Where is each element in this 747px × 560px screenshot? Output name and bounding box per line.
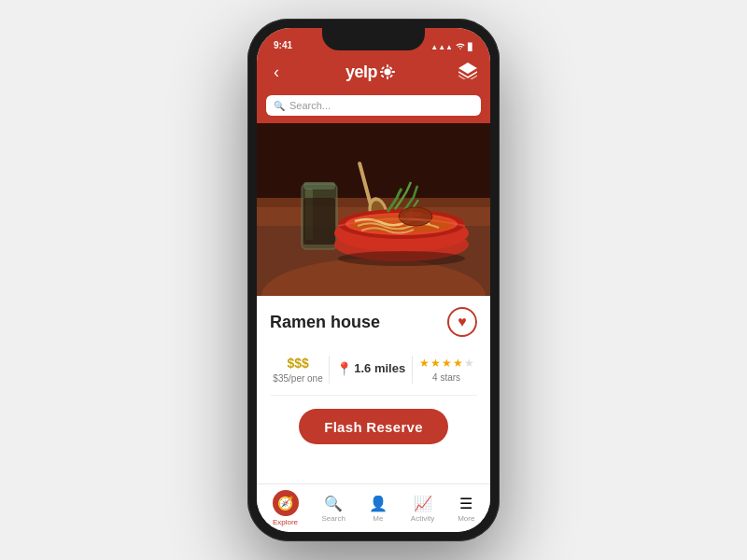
favorite-button[interactable]: ♥ xyxy=(447,307,477,337)
more-label: More xyxy=(458,514,474,523)
layers-button[interactable] xyxy=(458,63,477,82)
bottom-navigation: 🧭 Explore 🔍 Search 👤 Me 📈 Activity ☰ Mor… xyxy=(257,483,490,532)
svg-rect-6 xyxy=(389,75,393,78)
restaurant-header: Ramen house ♥ xyxy=(270,307,477,337)
status-time: 9:41 xyxy=(274,40,292,51)
svg-rect-4 xyxy=(392,71,396,73)
restaurant-info: Ramen house ♥ $$$ $35/per one 📍 xyxy=(257,296,490,452)
yelp-logo: yelp xyxy=(345,63,396,82)
svg-rect-8 xyxy=(381,75,385,78)
price-label: $35/per one xyxy=(273,373,322,384)
star-4: ★ xyxy=(453,357,463,370)
stars-label: 4 stars xyxy=(432,372,460,383)
battery-icon: ▊ xyxy=(468,43,473,51)
pin-icon: 📍 xyxy=(336,361,352,376)
food-image xyxy=(257,123,490,296)
divider-2 xyxy=(412,356,413,384)
nav-me[interactable]: 👤 Me xyxy=(361,491,395,526)
star-2: ★ xyxy=(430,357,441,370)
svg-rect-3 xyxy=(380,71,384,73)
phone-notch xyxy=(322,28,425,50)
nav-explore[interactable]: 🧭 Explore xyxy=(265,486,306,530)
svg-rect-2 xyxy=(387,77,388,80)
food-illustration xyxy=(257,123,490,296)
search-bar-container: 🔍 Search... xyxy=(257,90,490,123)
star-1: ★ xyxy=(419,357,430,370)
search-icon: 🔍 xyxy=(274,101,285,111)
search-nav-label: Search xyxy=(322,514,345,523)
star-3: ★ xyxy=(442,357,452,370)
search-input[interactable]: Search... xyxy=(289,100,331,111)
stats-row: $$$ $35/per one 📍 1.6 miles xyxy=(270,348,477,396)
status-icons: ▲▲▲ ▊ xyxy=(430,42,473,51)
activity-label: Activity xyxy=(411,514,434,523)
yelp-burst-icon xyxy=(379,63,396,80)
svg-rect-5 xyxy=(381,66,385,70)
back-button[interactable]: ‹ xyxy=(270,59,283,86)
more-icon: ☰ xyxy=(459,495,472,512)
search-nav-icon: 🔍 xyxy=(324,495,343,512)
activity-icon: 📈 xyxy=(414,495,432,512)
star-5: ★ xyxy=(464,357,474,370)
svg-rect-1 xyxy=(387,64,388,68)
svg-point-0 xyxy=(384,68,390,75)
nav-search[interactable]: 🔍 Search xyxy=(315,491,353,526)
signal-icon: ▲▲▲ xyxy=(430,43,453,51)
top-navigation: ‹ yelp xyxy=(257,54,490,90)
price-value: $$$ xyxy=(287,356,308,371)
distance-stat: 📍 1.6 miles xyxy=(336,361,405,379)
wifi-icon xyxy=(456,42,465,51)
phone-screen: 9:41 ▲▲▲ ▊ ‹ yelp xyxy=(257,28,490,532)
distance-text: 1.6 miles xyxy=(354,361,405,375)
stars-row: ★ ★ ★ ★ ★ xyxy=(419,357,474,370)
svg-point-29 xyxy=(338,251,465,266)
divider-1 xyxy=(329,356,330,384)
phone-device: 9:41 ▲▲▲ ▊ ‹ yelp xyxy=(247,19,500,541)
svg-rect-14 xyxy=(303,182,335,189)
me-icon: 👤 xyxy=(369,495,388,512)
explore-label: Explore xyxy=(273,518,298,526)
heart-icon: ♥ xyxy=(458,314,467,330)
flash-reserve-button[interactable]: Flash Reserve xyxy=(299,409,448,444)
search-input-wrap[interactable]: 🔍 Search... xyxy=(266,95,481,116)
rating-stat: ★ ★ ★ ★ ★ 4 stars xyxy=(419,357,474,383)
price-stat: $$$ $35/per one xyxy=(273,356,322,384)
restaurant-name: Ramen house xyxy=(270,313,380,332)
nav-more[interactable]: ☰ More xyxy=(450,491,482,526)
me-label: Me xyxy=(373,514,383,523)
main-content: Ramen house ♥ $$$ $35/per one 📍 xyxy=(257,123,490,483)
explore-icon: 🧭 xyxy=(273,490,299,516)
location-value: 📍 1.6 miles xyxy=(336,361,405,376)
svg-rect-17 xyxy=(303,198,335,245)
nav-activity[interactable]: 📈 Activity xyxy=(403,491,442,526)
